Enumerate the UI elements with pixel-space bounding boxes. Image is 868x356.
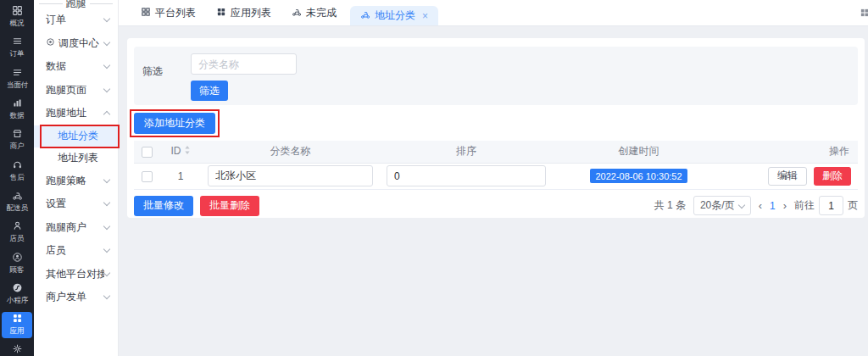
- chevron-down-icon: [103, 15, 110, 22]
- chevron-down-icon: [103, 199, 110, 206]
- prev-page-button[interactable]: ‹: [759, 199, 762, 212]
- submenu-item-data[interactable]: 数据: [34, 55, 118, 79]
- rail-item-miniprogram[interactable]: 小程序: [2, 279, 32, 309]
- sort-icon[interactable]: [184, 145, 191, 158]
- chevron-down-icon: [103, 223, 110, 230]
- shop-icon: [12, 128, 23, 139]
- scooter-icon: [12, 190, 23, 201]
- grid-filled-icon: [216, 7, 226, 19]
- apps-grid-icon: [12, 313, 23, 324]
- customer-icon: [12, 252, 23, 263]
- content-card: 筛选 筛选 添加地址分类 ID 分类名称: [127, 38, 865, 218]
- submenu-item-settings[interactable]: 设置: [34, 192, 118, 216]
- batch-delete-button[interactable]: 批量删除: [200, 196, 259, 216]
- submenu-subitem-address-category[interactable]: 地址分类: [34, 125, 118, 147]
- tab-address-category[interactable]: 地址分类 ×: [350, 6, 438, 25]
- rail-item-apps[interactable]: 应用: [2, 312, 32, 338]
- rail-label: 配送员: [6, 203, 28, 213]
- primary-sidebar: 概况 订单 当面付 数据 商户 售后 配送员 店员: [0, 0, 34, 356]
- page-number[interactable]: 1: [770, 200, 776, 212]
- rail-label: 顾客: [9, 264, 24, 275]
- tab-unfinished[interactable]: 未完成: [285, 0, 343, 25]
- submenu-title: 跑腿: [34, 0, 118, 8]
- row-name-input[interactable]: [208, 165, 373, 186]
- column-header-actions: 操作: [725, 141, 858, 163]
- batch-modify-button[interactable]: 批量修改: [134, 196, 193, 216]
- tab-bar: 平台列表 应用列表 未完成 地址分类 ×: [119, 0, 868, 26]
- column-header-id[interactable]: ID: [160, 141, 201, 163]
- chevron-down-icon: [103, 62, 110, 69]
- app-window: 概况 订单 当面付 数据 商户 售后 配送员 店员: [0, 0, 868, 356]
- total-count: 共 1 条: [654, 198, 686, 213]
- rail-item-overview[interactable]: 概况: [2, 2, 32, 32]
- target-icon: [46, 37, 55, 49]
- chevron-down-icon: [103, 270, 110, 276]
- secondary-sidebar: 跑腿 订单 调度中心 数据 跑腿页面 跑腿地址 地址分类 地址列表 跑腿策略 设…: [34, 0, 119, 356]
- rail-item-courier[interactable]: 配送员: [2, 186, 32, 217]
- card-footer: 批量修改 批量删除 共 1 条 20条/页 ‹ 1 › 前往: [134, 196, 858, 216]
- row-checkbox[interactable]: [142, 171, 153, 182]
- submenu-item-errand-merchant[interactable]: 跑腿商户: [34, 216, 118, 240]
- submenu-item-dispatch-center[interactable]: 调度中心: [34, 32, 118, 56]
- divider: [39, 3, 63, 4]
- gear-icon: [12, 343, 23, 354]
- goto-page-input[interactable]: [819, 196, 843, 215]
- filter-button[interactable]: 筛选: [191, 81, 228, 101]
- tab-platform-list[interactable]: 平台列表: [134, 0, 203, 25]
- table-row: 1 2022-08-06 10:30:52 编辑删除: [134, 163, 858, 189]
- delete-button[interactable]: 删除: [814, 167, 851, 186]
- submenu-item-errand-strategy[interactable]: 跑腿策略: [34, 170, 118, 193]
- row-id: 1: [160, 163, 201, 189]
- close-icon[interactable]: ×: [422, 11, 428, 21]
- filter-panel: 筛选 筛选: [134, 47, 858, 105]
- add-address-category-button[interactable]: 添加地址分类: [134, 113, 215, 134]
- submenu-item-orders[interactable]: 订单: [34, 8, 118, 32]
- rail-item-aftersales[interactable]: 售后: [2, 155, 32, 186]
- mini-program-icon: [12, 282, 23, 293]
- tab-app-list[interactable]: 应用列表: [209, 0, 278, 25]
- rail-item-facepay[interactable]: 当面付: [2, 64, 32, 94]
- row-order-input[interactable]: [387, 165, 546, 186]
- submenu-subitem-address-list[interactable]: 地址列表: [34, 147, 118, 170]
- bar-chart-icon: [12, 97, 23, 108]
- scooter-icon: [360, 9, 370, 22]
- edit-button[interactable]: 编辑: [768, 167, 807, 186]
- scooter-icon: [292, 7, 302, 19]
- category-name-input[interactable]: [191, 53, 297, 75]
- rail-label: 订单: [9, 49, 24, 59]
- submenu-item-errand-pages[interactable]: 跑腿页面: [34, 79, 118, 103]
- chevron-down-icon: [737, 201, 744, 208]
- chevron-down-icon: [103, 246, 110, 253]
- column-header-created: 创建时间: [553, 141, 725, 163]
- chevron-down-icon: [103, 292, 110, 299]
- submenu-item-merchant-dispatch[interactable]: 商户发单: [34, 286, 118, 309]
- grid-outline-icon: [141, 7, 151, 19]
- rail-item-data[interactable]: 数据: [2, 94, 32, 125]
- rail-item-clerk[interactable]: 店员: [2, 217, 32, 248]
- main-area: 平台列表 应用列表 未完成 地址分类 × 筛选: [119, 0, 868, 356]
- submenu-item-clerk[interactable]: 店员: [34, 239, 118, 263]
- red-annotation-box: 添加地址分类: [130, 109, 220, 137]
- created-time-badge: 2022-08-06 10:30:52: [590, 169, 687, 183]
- rail-item-customer[interactable]: 顾客: [2, 248, 32, 278]
- person-icon: [12, 220, 23, 231]
- rail-item-merchant[interactable]: 商户: [2, 125, 32, 155]
- rail-label: 概况: [9, 18, 24, 28]
- column-header-order: 排序: [380, 141, 553, 163]
- rail-item-orders[interactable]: 订单: [2, 32, 32, 63]
- chevron-down-icon: [103, 39, 110, 46]
- tab-options-grid-icon[interactable]: [860, 8, 868, 20]
- divider: [90, 3, 114, 4]
- submenu-title-text: 跑腿: [66, 0, 86, 11]
- pagination: 共 1 条 20条/页 ‹ 1 › 前往 页: [654, 196, 858, 215]
- select-all-checkbox[interactable]: [142, 147, 153, 158]
- address-category-table: ID 分类名称 排序 创建时间 操作 1 20: [134, 141, 858, 190]
- submenu-item-errand-address[interactable]: 跑腿地址: [34, 102, 118, 125]
- next-page-button[interactable]: ›: [783, 199, 787, 212]
- chevron-down-icon: [103, 86, 110, 92]
- page-content: 筛选 筛选 添加地址分类 ID 分类名称: [119, 26, 868, 356]
- rail-item-settings[interactable]: 设置: [2, 340, 32, 356]
- rail-label: 数据: [9, 110, 24, 120]
- submenu-item-other-platforms[interactable]: 其他平台对接: [34, 263, 118, 286]
- page-size-select[interactable]: 20条/页: [693, 196, 751, 215]
